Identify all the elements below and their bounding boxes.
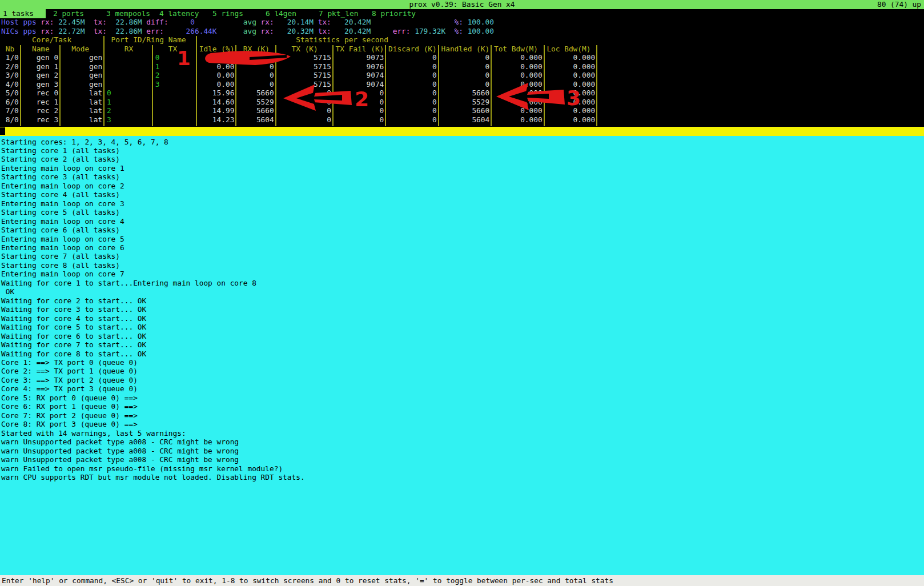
column-header: RX (K) xyxy=(239,45,278,53)
cursor-block xyxy=(0,127,5,135)
log-line: Core 4: ==> TX port 3 (queue 0) xyxy=(1,384,138,394)
column-separator xyxy=(596,45,597,126)
console-log: Starting cores: 1, 2, 3, 4, 5, 6, 7, 8St… xyxy=(0,136,924,575)
tab-7-pkt_len[interactable]: 7 pkt_len xyxy=(319,9,358,18)
table-cell: 0 xyxy=(278,106,335,115)
tab-8-priority[interactable]: 8 priority xyxy=(372,9,416,18)
table-cell: 0 xyxy=(441,71,493,79)
log-line: Starting core 8 (all tasks) xyxy=(1,261,120,270)
stats-segment: 20.14M xyxy=(287,18,314,27)
log-line: Waiting for core 6 to start... OK xyxy=(1,332,146,341)
table-cell: 0 xyxy=(441,80,493,89)
table-row: 4/0 gen 3 gen 3 0.00 0 5715 9074 0 0 0.0… xyxy=(1,80,595,89)
log-line: Starting core 7 (all tasks) xyxy=(1,252,120,261)
table-row: 7/0 rec 2 lat 2 14.99 5660 0 0 0 5660 0.… xyxy=(1,106,595,115)
log-line: Core 6: RX port 1 (queue 0) ==> xyxy=(1,402,138,411)
table-cell: 0 xyxy=(155,53,199,62)
tab-2-ports[interactable]: 2 ports xyxy=(53,9,84,18)
stats-line-nics: NICs ppsrx:22.72Mtx:22.86Merr:266.44Kavg… xyxy=(1,27,923,36)
stats-segment: 22.72M xyxy=(58,27,85,36)
log-line: Starting core 3 (all tasks) xyxy=(1,172,120,182)
column-separator xyxy=(59,45,61,126)
tab-6-l4gen[interactable]: 6 l4gen xyxy=(266,9,296,18)
table-column-header: Nb Name Mode RX TX Idle (%) RX (K) TX (K… xyxy=(1,45,595,54)
table-cell: 0.000 xyxy=(547,80,595,89)
table-cell: 0 xyxy=(336,115,388,124)
table-cell xyxy=(155,98,199,106)
table-cell: 0.000 xyxy=(494,53,547,62)
column-separator xyxy=(196,36,197,126)
log-line: Core 3: ==> TX port 2 (queue 0) xyxy=(1,376,138,385)
table-cell: 9074 xyxy=(336,80,388,89)
table-cell: 5660 xyxy=(441,89,493,97)
column-header: TX xyxy=(155,45,199,53)
table-cell: gen xyxy=(63,80,107,89)
table-cell: 0 xyxy=(107,89,155,97)
log-line: Core 7: RX port 2 (queue 0) ==> xyxy=(1,411,138,420)
table-cell: 9074 xyxy=(336,71,388,79)
column-header: Loc Bdw(M) xyxy=(547,45,595,53)
prox-terminal-window: prox v0.39: Basic Gen x4 80 (74) up 1 ta… xyxy=(0,0,924,586)
table-cell: 1 xyxy=(107,98,155,106)
stats-segment: tx: xyxy=(94,18,107,27)
log-line: Core 2: ==> TX port 1 (queue 0) xyxy=(1,367,138,376)
tab-bar: 1 tasks2 ports3 mempools4 latency5 rings… xyxy=(0,9,924,18)
table-cell: 5660 xyxy=(239,106,278,115)
stats-segment: 266.44K xyxy=(186,27,217,36)
tab-1-tasks[interactable]: 1 tasks xyxy=(0,9,46,18)
table-cell: 3 xyxy=(107,115,155,124)
table-cell: 0.000 xyxy=(494,80,547,89)
tab-5-rings[interactable]: 5 rings xyxy=(212,9,243,18)
log-line: Starting core 1 (all tasks) xyxy=(1,146,120,155)
table-cell xyxy=(107,53,155,62)
column-header: Mode xyxy=(63,45,107,53)
tab-3-mempools[interactable]: 3 mempools xyxy=(106,9,150,18)
table-cell: rec 3 xyxy=(23,115,63,124)
stats-line-host: Host ppsrx:22.45Mtx:22.86Mdiff:0avgrx:20… xyxy=(1,18,923,27)
log-line: Entering main loop on core 1 xyxy=(1,164,124,173)
table-cell: 15.96 xyxy=(199,89,239,97)
table-cell: gen 0 xyxy=(23,53,63,62)
log-line: Starting cores: 1, 2, 3, 4, 5, 6, 7, 8 xyxy=(1,138,168,147)
table-cell: 0.00 xyxy=(199,71,239,79)
stats-segment: avg xyxy=(243,18,256,27)
stats-segment: rx: xyxy=(41,18,54,27)
table-cell: 0.000 xyxy=(494,71,547,79)
app-title: prox v0.39: Basic Gen x4 xyxy=(409,0,515,9)
table-cell: 0 xyxy=(239,53,278,62)
yellow-separator-bar xyxy=(0,127,924,136)
table-cell: 5715 xyxy=(278,53,335,62)
group-header-label: Port ID/Ring Name xyxy=(111,35,186,45)
table-cell: 0 xyxy=(441,62,493,71)
table-cell: 0 xyxy=(388,80,441,89)
column-separator xyxy=(544,45,545,126)
log-line: Entering main loop on core 3 xyxy=(1,199,124,208)
table-row: 1/0 gen 0 gen 0 0.00 0 5715 9073 0 0 0.0… xyxy=(1,53,595,62)
table-cell: 0.000 xyxy=(494,106,547,115)
stats-segment: tx: xyxy=(318,27,331,36)
log-line: Waiting for core 8 to start... OK xyxy=(1,350,146,359)
column-header: Tot Bdw(M) xyxy=(494,45,547,53)
table-cell: gen xyxy=(63,71,107,79)
table-cell: lat xyxy=(63,98,107,106)
log-line: Waiting for core 2 to start... OK xyxy=(1,296,146,306)
stats-segment: 100.00 xyxy=(468,18,494,27)
log-line: Core 8: RX port 3 (queue 0) ==> xyxy=(1,420,138,429)
column-header: Discard (K) xyxy=(388,45,441,53)
column-header: Handled (K) xyxy=(441,45,493,53)
column-separator xyxy=(152,45,153,126)
table-cell: 14.99 xyxy=(199,106,239,115)
stats-segment: tx: xyxy=(318,18,331,27)
table-cell: 5660 xyxy=(441,106,493,115)
table-cell: 5715 xyxy=(278,80,335,89)
column-separator xyxy=(385,45,386,126)
column-header: Idle (%) xyxy=(199,45,239,53)
column-header: TX Fail (K) xyxy=(336,45,388,53)
log-line: Starting core 5 (all tasks) xyxy=(1,208,120,217)
tab-4-latency[interactable]: 4 latency xyxy=(159,9,199,18)
stats-segment: rx: xyxy=(261,27,274,36)
table-cell: 0 xyxy=(336,106,388,115)
table-cell: 0.000 xyxy=(547,89,595,97)
table-cell: 9073 xyxy=(336,53,388,62)
log-line: Entering main loop on core 5 xyxy=(1,235,124,244)
